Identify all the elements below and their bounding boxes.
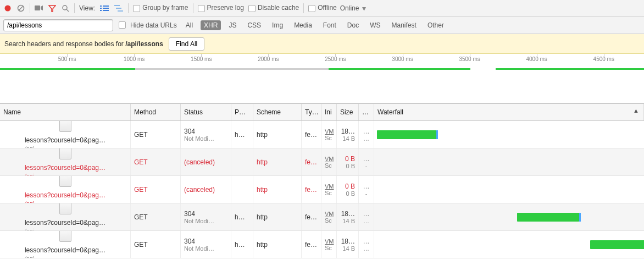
cell-initiator[interactable]: VM Sc: [321, 148, 337, 175]
svg-rect-11: [103, 8, 109, 9]
document-icon: [59, 176, 71, 187]
cell-type: fe…: [302, 203, 321, 230]
cell-scheme: http: [253, 203, 302, 230]
svg-point-6: [63, 5, 67, 10]
filter-type-media[interactable]: Media: [291, 20, 315, 30]
cell-method: GET: [131, 231, 181, 258]
request-path: /api: [25, 255, 106, 258]
request-path: /api: [25, 145, 106, 148]
divider: [303, 3, 304, 13]
record-icon[interactable]: [3, 4, 12, 13]
filter-type-img[interactable]: Img: [269, 20, 286, 30]
cell-scheme: http: [253, 148, 302, 175]
col-initiator[interactable]: Ini: [321, 104, 337, 120]
chevron-down-icon[interactable]: ▾: [362, 4, 366, 13]
cell-status: (canceled): [181, 148, 231, 175]
cell-protocol: [231, 176, 253, 203]
view-list-icon[interactable]: [99, 4, 109, 13]
request-row[interactable]: lessons?courseId=0&pag… /api GET 304 Not…: [0, 121, 644, 148]
svg-rect-10: [100, 8, 102, 9]
col-waterfall[interactable]: Waterfall▲: [374, 104, 644, 120]
offline-checkbox[interactable]: Offline: [308, 4, 336, 12]
cell-initiator[interactable]: VM Sc: [321, 121, 337, 148]
svg-rect-8: [100, 5, 102, 7]
request-path: /api: [25, 200, 106, 203]
request-name: lessons?courseId=0&pag…: [25, 219, 106, 227]
cell-method: GET: [131, 176, 181, 203]
svg-point-0: [5, 5, 11, 11]
cell-time: … …: [359, 121, 374, 148]
cell-method: GET: [131, 148, 181, 175]
requests-table-header: Name Method Status P… Scheme Ty… Ini Siz…: [0, 103, 644, 121]
request-name: lessons?courseId=0&pag…: [25, 191, 106, 199]
svg-rect-16: [118, 10, 123, 12]
find-all-button[interactable]: Find All: [169, 37, 204, 51]
view-tree-icon[interactable]: [114, 4, 124, 13]
resource-type-filters: AllXHRJSCSSImgMediaFontDocWSManifestOthe…: [182, 20, 447, 30]
camera-icon[interactable]: [35, 4, 43, 13]
cell-protocol: h…: [231, 121, 253, 148]
filter-type-js[interactable]: JS: [225, 20, 240, 30]
svg-line-2: [19, 6, 23, 10]
svg-line-7: [66, 9, 69, 12]
sort-asc-icon: ▲: [633, 107, 639, 114]
clear-icon[interactable]: [16, 4, 25, 13]
cell-scheme: http: [253, 121, 302, 148]
cell-type: fe…: [302, 176, 321, 203]
request-name: lessons?courseId=0&pag…: [25, 136, 106, 144]
filter-type-all[interactable]: All: [182, 20, 196, 30]
filter-bar: Hide data URLs AllXHRJSCSSImgMediaFontDo…: [0, 16, 644, 34]
request-row[interactable]: lessons?courseId=0&pag… /api GET (cancel…: [0, 176, 644, 203]
filter-icon[interactable]: [48, 4, 57, 13]
search-prefix: Search headers and response bodies for /…: [4, 40, 163, 48]
svg-rect-12: [100, 10, 102, 11]
network-toolbar: View: Group by frame Preserve log Disabl…: [0, 0, 644, 16]
filter-type-xhr[interactable]: XHR: [201, 20, 221, 30]
col-time[interactable]: …: [359, 104, 374, 120]
filter-input[interactable]: [3, 19, 113, 31]
request-row[interactable]: lessons?courseId=0&pag… /api GET 304 Not…: [0, 203, 644, 231]
filter-type-other[interactable]: Other: [424, 20, 447, 30]
disable-cache-checkbox[interactable]: Disable cache: [248, 4, 299, 12]
cell-type: fe…: [302, 121, 321, 148]
filter-type-doc[interactable]: Doc: [344, 20, 362, 30]
col-method[interactable]: Method: [131, 104, 181, 120]
document-icon: [59, 148, 71, 159]
request-row[interactable]: lessons?courseId=0&pag… /api GET 304 Not…: [0, 231, 644, 258]
cell-size: 0 B 0 B: [337, 176, 359, 203]
svg-rect-9: [103, 5, 109, 7]
cell-initiator[interactable]: VM Sc: [321, 203, 337, 230]
col-scheme[interactable]: Scheme: [253, 104, 302, 120]
col-type[interactable]: Ty…: [302, 104, 321, 120]
filter-type-css[interactable]: CSS: [244, 20, 264, 30]
request-row[interactable]: lessons?courseId=0&pag… /api GET (cancel…: [0, 148, 644, 176]
col-protocol[interactable]: P…: [231, 104, 253, 120]
request-path: /api: [25, 173, 106, 176]
filter-type-ws[interactable]: WS: [367, 20, 384, 30]
requests-table-body: lessons?courseId=0&pag… /api GET 304 Not…: [0, 121, 644, 258]
cell-protocol: h…: [231, 203, 253, 230]
hide-data-urls-checkbox[interactable]: Hide data URLs: [119, 21, 177, 29]
col-status[interactable]: Status: [181, 104, 231, 120]
search-icon[interactable]: [61, 4, 70, 13]
cell-protocol: [231, 148, 253, 175]
document-icon: [59, 203, 71, 214]
cell-waterfall: [374, 231, 644, 258]
svg-rect-13: [103, 10, 109, 11]
divider: [30, 3, 30, 13]
preserve-log-checkbox[interactable]: Preserve log: [198, 4, 244, 12]
throttling-select[interactable]: Online: [340, 4, 359, 12]
group-by-frame-checkbox[interactable]: Group by frame: [133, 4, 188, 12]
cell-time: … -: [359, 176, 374, 203]
divider: [193, 3, 193, 13]
cell-initiator[interactable]: VM Sc: [321, 176, 337, 203]
filter-type-font[interactable]: Font: [320, 20, 340, 30]
timeline-overview[interactable]: 500 ms1000 ms1500 ms2000 ms2500 ms3000 m…: [0, 54, 644, 103]
cell-initiator[interactable]: VM Sc: [321, 231, 337, 258]
search-bar: Search headers and response bodies for /…: [0, 34, 644, 54]
cell-waterfall: [374, 176, 644, 203]
col-name[interactable]: Name: [0, 104, 131, 120]
filter-type-manifest[interactable]: Manifest: [388, 20, 420, 30]
col-size[interactable]: Size: [337, 104, 359, 120]
cell-scheme: http: [253, 176, 302, 203]
